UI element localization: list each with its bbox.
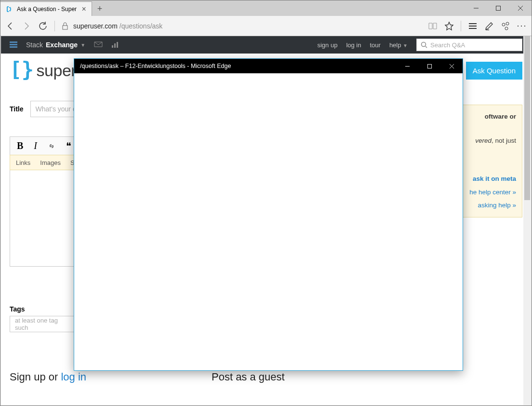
login-link-bottom[interactable]: log in: [61, 371, 86, 383]
nav-forward-button[interactable]: [22, 21, 31, 31]
svg-point-11: [505, 27, 508, 30]
new-tab-button[interactable]: +: [92, 1, 107, 16]
ask-on-meta-link[interactable]: ask it on meta: [473, 175, 516, 182]
lock-icon: [62, 22, 68, 30]
images-hint[interactable]: Images: [40, 159, 61, 166]
devtools-titlebar[interactable]: /questions/ask – F12-Entwicklungstools -…: [74, 59, 463, 73]
search-box[interactable]: [416, 39, 522, 51]
reading-view-icon[interactable]: [428, 21, 438, 31]
search-input[interactable]: [430, 41, 518, 49]
editor-hint-bar: Links Images St: [10, 155, 77, 170]
svg-rect-13: [10, 44, 17, 45]
address-host: superuser.com: [73, 22, 118, 30]
tags-input[interactable]: at least one tag such: [10, 316, 77, 332]
tab-title: Ask a Question - Super: [17, 6, 77, 13]
hub-icon[interactable]: [468, 21, 478, 31]
page-scrollbar[interactable]: [523, 36, 531, 405]
svg-line-19: [426, 46, 427, 48]
svg-rect-4: [63, 26, 67, 29]
svg-rect-14: [10, 46, 17, 48]
address-path: /questions/ask: [120, 22, 163, 30]
svg-rect-12: [10, 41, 17, 43]
search-icon: [421, 41, 427, 48]
window-close-button[interactable]: [509, 0, 532, 16]
devtools-body[interactable]: [74, 73, 463, 370]
nav-back-button[interactable]: [5, 21, 15, 31]
devtools-maximize-button[interactable]: [418, 59, 440, 73]
link-button[interactable]: [48, 142, 55, 150]
signup-link[interactable]: sign up: [317, 41, 337, 49]
svg-rect-16: [114, 43, 116, 48]
svg-rect-1: [496, 6, 501, 11]
notes-icon[interactable]: [484, 21, 494, 31]
devtools-window: /questions/ask – F12-Entwicklungstools -…: [74, 58, 463, 371]
window-maximize-button[interactable]: [487, 0, 509, 16]
brace-icon: [}: [10, 58, 34, 81]
svg-point-18: [422, 42, 426, 47]
italic-button[interactable]: I: [34, 140, 37, 151]
svg-rect-17: [117, 42, 118, 48]
browser-nav-bar: superuser.com/questions/ask ···: [0, 16, 532, 36]
achievements-icon[interactable]: [111, 41, 119, 48]
bold-button[interactable]: B: [17, 140, 23, 151]
chevron-down-icon: ▼: [80, 42, 85, 48]
asking-help-link[interactable]: asking help »: [456, 201, 516, 210]
svg-rect-21: [427, 64, 431, 68]
svg-point-9: [502, 23, 505, 26]
favicon-icon: [6, 6, 13, 13]
scrollbar-thumb[interactable]: [524, 36, 530, 200]
nav-separator: [461, 21, 461, 31]
chevron-down-icon: ▼: [403, 43, 408, 48]
se-menu-icon[interactable]: [10, 41, 17, 48]
browser-tab-strip: Ask a Question - Super × +: [0, 0, 532, 16]
address-bar[interactable]: superuser.com/questions/ask: [62, 22, 421, 30]
stackexchange-logo[interactable]: StackExchange ▼: [26, 41, 85, 49]
nav-separator: [54, 21, 55, 31]
window-minimize-button[interactable]: [465, 0, 487, 16]
devtools-close-button[interactable]: [440, 59, 463, 73]
devtools-minimize-button[interactable]: [396, 59, 418, 73]
help-center-link[interactable]: he help center »: [456, 188, 516, 197]
stackexchange-topbar: StackExchange ▼ sign up log in tour help…: [1, 36, 531, 54]
inbox-icon[interactable]: [94, 41, 103, 48]
post-as-guest: Post as a guest: [212, 371, 285, 383]
share-icon[interactable]: [501, 21, 510, 31]
nav-refresh-button[interactable]: [38, 21, 48, 31]
help-link[interactable]: help ▼: [389, 41, 408, 49]
svg-rect-15: [112, 45, 113, 48]
quote-button[interactable]: ❝: [66, 140, 71, 152]
editor-body[interactable]: [10, 170, 77, 267]
auth-prompt-row: Sign up or log in Post as a guest: [10, 371, 522, 383]
devtools-title: /questions/ask – F12-Entwicklungstools -…: [80, 63, 231, 69]
editor-toolbar: B I ❝: [10, 136, 77, 155]
more-button[interactable]: ···: [517, 21, 527, 31]
browser-tab[interactable]: Ask a Question - Super ×: [0, 1, 92, 16]
signup-or-login: Sign up or log in: [10, 371, 86, 383]
login-link[interactable]: log in: [346, 41, 361, 49]
tab-close-icon[interactable]: ×: [80, 6, 87, 13]
ask-question-button[interactable]: Ask Question: [466, 62, 522, 80]
svg-point-10: [506, 22, 509, 25]
tour-link[interactable]: tour: [370, 41, 380, 49]
title-label: Title: [10, 105, 24, 113]
favorite-icon[interactable]: [444, 21, 454, 31]
links-hint[interactable]: Links: [16, 159, 30, 166]
